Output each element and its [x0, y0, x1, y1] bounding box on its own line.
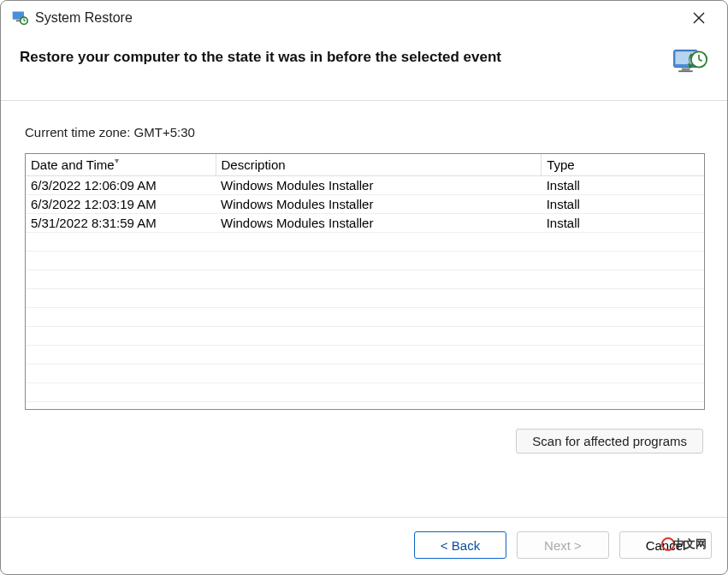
- cancel-button[interactable]: Cancel: [619, 531, 712, 559]
- cell-type: Install: [542, 214, 704, 233]
- close-button[interactable]: [681, 5, 717, 31]
- table-row[interactable]: 6/3/2022 12:03:19 AMWindows Modules Inst…: [26, 195, 704, 214]
- table-row-empty: [26, 289, 704, 308]
- table-row[interactable]: 5/31/2022 8:31:59 AMWindows Modules Inst…: [26, 214, 704, 233]
- instruction-text: Restore your computer to the state it wa…: [20, 45, 654, 66]
- column-header-type[interactable]: Type: [542, 154, 704, 176]
- column-header-description[interactable]: Description: [216, 154, 542, 176]
- back-button[interactable]: < Back: [414, 531, 506, 559]
- scan-row: Scan for affected programs: [25, 410, 705, 453]
- column-header-description-label: Description: [222, 157, 286, 172]
- table-row-empty: [26, 270, 704, 289]
- table-row-empty: [26, 252, 704, 270]
- column-header-date-label: Date and Time: [31, 157, 115, 172]
- restore-points-table[interactable]: Date and Time ▾ Description Type 6/3/202…: [25, 153, 705, 410]
- close-icon: [693, 12, 705, 24]
- svg-rect-10: [678, 70, 693, 72]
- cell-date: 5/31/2022 8:31:59 AM: [26, 214, 216, 233]
- scan-affected-programs-button[interactable]: Scan for affected programs: [516, 429, 703, 453]
- table-row-empty: [26, 308, 704, 327]
- table-row[interactable]: 6/3/2022 12:06:09 AMWindows Modules Inst…: [26, 176, 704, 195]
- table-row-empty: [26, 327, 704, 346]
- cell-type: Install: [542, 195, 704, 214]
- system-restore-icon: [11, 9, 28, 27]
- column-header-date[interactable]: Date and Time ▾: [26, 154, 216, 176]
- titlebar: System Restore: [1, 1, 727, 33]
- content-area: Current time zone: GMT+5:30 Date and Tim…: [1, 101, 727, 517]
- column-header-type-label: Type: [547, 157, 575, 172]
- cell-date: 6/3/2022 12:06:09 AM: [26, 176, 216, 195]
- restore-large-icon: [671, 45, 708, 83]
- table-row-empty: [26, 346, 704, 365]
- timezone-label: Current time zone: GMT+5:30: [25, 125, 705, 139]
- svg-rect-9: [682, 68, 690, 71]
- table-row-empty: [26, 365, 704, 383]
- wizard-footer: < Back Next > Cancel 中文网: [1, 517, 727, 574]
- cell-desc: Windows Modules Installer: [216, 195, 542, 214]
- cell-date: 6/3/2022 12:03:19 AM: [26, 195, 216, 214]
- next-button[interactable]: Next >: [517, 531, 609, 559]
- header-area: Restore your computer to the state it wa…: [1, 33, 727, 101]
- cell-desc: Windows Modules Installer: [216, 176, 542, 195]
- table-row-empty: [26, 383, 704, 402]
- cell-desc: Windows Modules Installer: [216, 214, 542, 233]
- table-row-empty: [26, 233, 704, 252]
- sort-descending-icon: ▾: [115, 156, 119, 165]
- window-title: System Restore: [35, 10, 681, 26]
- cell-type: Install: [542, 176, 704, 195]
